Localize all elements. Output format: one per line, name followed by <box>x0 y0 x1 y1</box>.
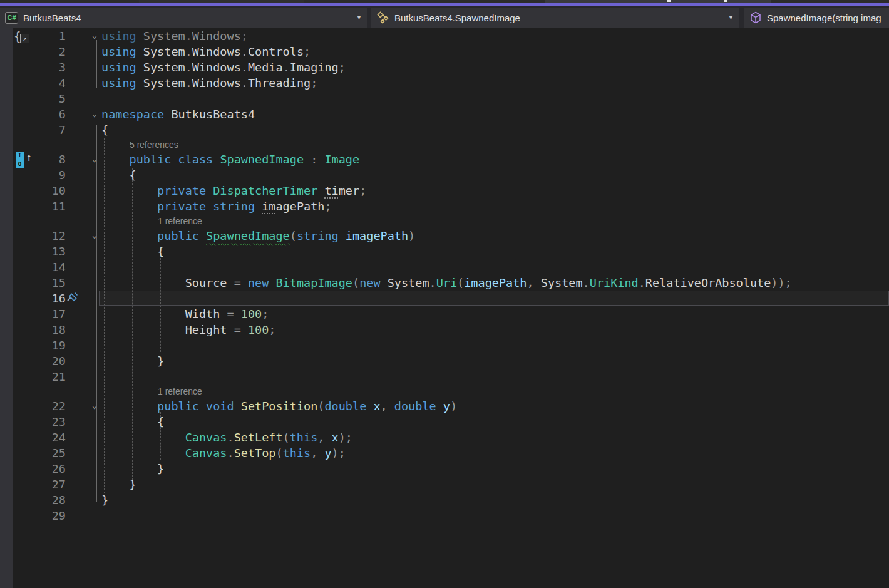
member-dropdown[interactable]: SpawnedImage(string imag <box>744 8 889 28</box>
line-number: 7 <box>0 122 66 138</box>
code-rows: 1⌄using System.Windows;2using System.Win… <box>0 28 889 524</box>
code-line: 1⌄using System.Windows; <box>0 28 889 44</box>
code-line: 12⌄ public SpawnedImage(string imagePath… <box>0 228 889 244</box>
code-text[interactable]: Width = 100; <box>101 306 269 322</box>
code-line: 27 } <box>0 477 889 492</box>
code-text[interactable]: } <box>101 353 164 369</box>
code-text[interactable]: } <box>101 492 108 508</box>
code-line: 26 } <box>0 461 889 477</box>
code-text[interactable]: { <box>101 414 164 430</box>
codelens-row: 5 references <box>0 138 889 152</box>
navigation-bar: C# ButkusBeats4 ▼ ButkusBeats4.SpawnedIm… <box>0 6 889 28</box>
csharp-project-icon: C# <box>5 12 18 24</box>
inheritance-margin-icon[interactable]: I O ↑ <box>16 152 34 170</box>
code-text[interactable]: namespace ButkusBeats4 <box>101 106 255 122</box>
project-dropdown[interactable]: C# ButkusBeats4 ▼ <box>0 8 367 28</box>
line-number: 11 <box>0 199 66 214</box>
code-line: 8⌄ public class SpawnedImage : Image <box>0 152 889 167</box>
line-number: 17 <box>0 306 66 322</box>
code-line: 5 <box>0 91 889 106</box>
code-line: 25 Canvas.SetTop(this, y); <box>0 445 889 461</box>
code-line: 14 <box>0 259 889 275</box>
line-number: 13 <box>0 244 66 259</box>
code-text[interactable]: public SpawnedImage(string imagePath) <box>101 228 415 244</box>
code-text[interactable]: using System.Windows; <box>101 28 248 44</box>
code-line: 13 { <box>0 244 889 259</box>
code-text[interactable]: using System.Windows.Threading; <box>101 75 317 91</box>
codelens-row: 1 reference <box>0 214 889 228</box>
line-number: 15 <box>0 275 66 291</box>
fold-chevron-icon[interactable]: ⌄ <box>88 28 101 43</box>
code-line: 21 <box>0 369 889 384</box>
vs-editor-window: C# ButkusBeats4 ▼ ButkusBeats4.SpawnedIm… <box>0 0 889 588</box>
chevron-down-icon[interactable]: ▼ <box>351 14 362 21</box>
code-text[interactable]: Canvas.SetLeft(this, x); <box>101 430 352 445</box>
code-line: 18 Height = 100; <box>0 322 889 338</box>
type-dropdown-label: ButkusBeats4.SpawnedImage <box>394 13 520 23</box>
line-number: 14 <box>0 259 66 275</box>
tab-icon-remnant <box>667 0 671 2</box>
code-text[interactable]: private DispatcherTimer timer; <box>101 183 366 199</box>
line-number: 16 <box>0 291 66 306</box>
line-number: 29 <box>0 508 66 524</box>
type-dropdown[interactable]: ButkusBeats4.SpawnedImage ▼ <box>371 8 739 28</box>
fold-chevron-icon[interactable]: ⌄ <box>88 227 101 243</box>
codelens-references[interactable]: 1 reference <box>158 214 202 228</box>
codelens-row: 1 reference <box>0 384 889 398</box>
project-dropdown-label: ButkusBeats4 <box>23 13 81 23</box>
code-text[interactable]: public void SetPosition(double x, double… <box>101 398 457 414</box>
code-line: 15 Source = new BitmapImage(new System.U… <box>0 275 889 291</box>
usings-collapse-icon: { ↗ <box>14 29 33 45</box>
code-text[interactable]: { <box>101 244 164 259</box>
code-line: 19 <box>0 338 889 353</box>
code-line: 17 Width = 100; <box>0 306 889 322</box>
code-line: 24 Canvas.SetLeft(this, x); <box>0 430 889 445</box>
codelens-references[interactable]: 5 references <box>130 138 178 152</box>
line-number: 5 <box>0 91 66 106</box>
fold-chevron-icon[interactable]: ⌄ <box>88 151 101 167</box>
line-number: 24 <box>0 430 66 445</box>
line-number: 20 <box>0 353 66 369</box>
code-line: 20 } <box>0 353 889 369</box>
code-line: 6⌄namespace ButkusBeats4 <box>0 106 889 122</box>
line-number: 19 <box>0 338 66 353</box>
line-number: 18 <box>0 322 66 338</box>
code-line: 2using System.Windows.Controls; <box>0 44 889 59</box>
quick-actions-screwdriver-icon[interactable] <box>66 291 80 307</box>
codelens-references[interactable]: 1 reference <box>158 384 202 398</box>
code-text[interactable]: using System.Windows.Controls; <box>101 44 311 59</box>
line-number: 10 <box>0 183 66 199</box>
method-cube-icon <box>749 11 763 24</box>
fold-chevron-icon[interactable]: ⌄ <box>88 106 101 121</box>
line-number: 12 <box>0 228 66 244</box>
line-number: 1 <box>0 28 66 44</box>
class-icon <box>376 11 390 24</box>
code-line: 4using System.Windows.Threading; <box>0 75 889 91</box>
code-line: 9 { <box>0 167 889 183</box>
code-line: 28} <box>0 492 889 508</box>
code-text[interactable]: private string imagePath; <box>101 199 332 214</box>
code-text[interactable]: { <box>101 167 136 183</box>
code-text[interactable]: public class SpawnedImage : Image <box>101 152 359 167</box>
code-text[interactable]: } <box>101 461 164 477</box>
code-text[interactable]: Height = 100; <box>101 322 275 338</box>
code-line: 22⌄ public void SetPosition(double x, do… <box>0 398 889 414</box>
code-editor[interactable]: 1⌄using System.Windows;2using System.Win… <box>0 28 889 588</box>
line-number: 22 <box>0 398 66 414</box>
code-text[interactable]: Canvas.SetTop(this, y); <box>101 445 346 461</box>
code-line: 3using System.Windows.Media.Imaging; <box>0 59 889 75</box>
code-text[interactable]: Source = new BitmapImage(new System.Uri(… <box>101 275 792 291</box>
line-number: 4 <box>0 75 66 91</box>
member-dropdown-label: SpawnedImage(string imag <box>767 13 881 23</box>
line-number: 21 <box>0 369 66 384</box>
fold-chevron-icon[interactable]: ⌄ <box>88 398 101 413</box>
code-text[interactable]: { <box>101 122 108 138</box>
code-text[interactable]: using System.Windows.Media.Imaging; <box>101 59 346 75</box>
chevron-down-icon[interactable]: ▼ <box>723 14 734 21</box>
line-number: 27 <box>0 477 66 492</box>
line-number: 28 <box>0 492 66 508</box>
code-line: 7{ <box>0 122 889 138</box>
line-number: 2 <box>0 44 66 59</box>
code-text[interactable]: } <box>101 477 136 492</box>
line-number: 23 <box>0 414 66 430</box>
